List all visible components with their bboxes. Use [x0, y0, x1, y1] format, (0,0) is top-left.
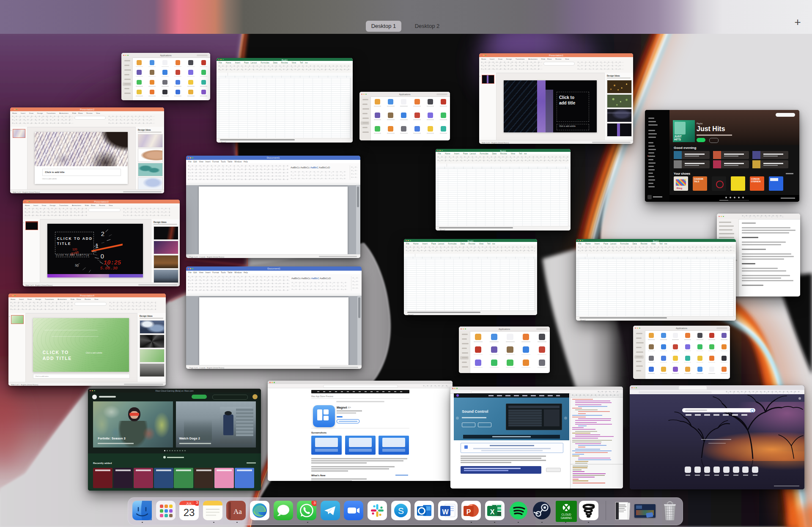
svg-text:Aa: Aa: [233, 508, 242, 516]
svg-text:S: S: [398, 506, 404, 516]
svg-text:3: 3: [196, 501, 198, 505]
svg-text:3: 3: [313, 501, 315, 505]
svg-text:JUL: JUL: [186, 502, 192, 505]
svg-text:5.08.30: 5.08.30: [100, 266, 118, 271]
svg-text:0: 0: [101, 253, 104, 260]
svg-text:W: W: [442, 508, 449, 516]
svg-text:10:25: 10:25: [103, 259, 122, 266]
svg-text:50: 50: [74, 264, 79, 268]
svg-text:1: 1: [95, 242, 99, 249]
svg-text:X: X: [490, 508, 495, 516]
svg-text:23: 23: [184, 507, 195, 518]
svg-text:2: 2: [101, 231, 104, 237]
svg-text:CLOUD: CLOUD: [562, 513, 571, 516]
svg-text:GAMING: GAMING: [561, 516, 572, 519]
svg-text:P: P: [466, 508, 471, 516]
